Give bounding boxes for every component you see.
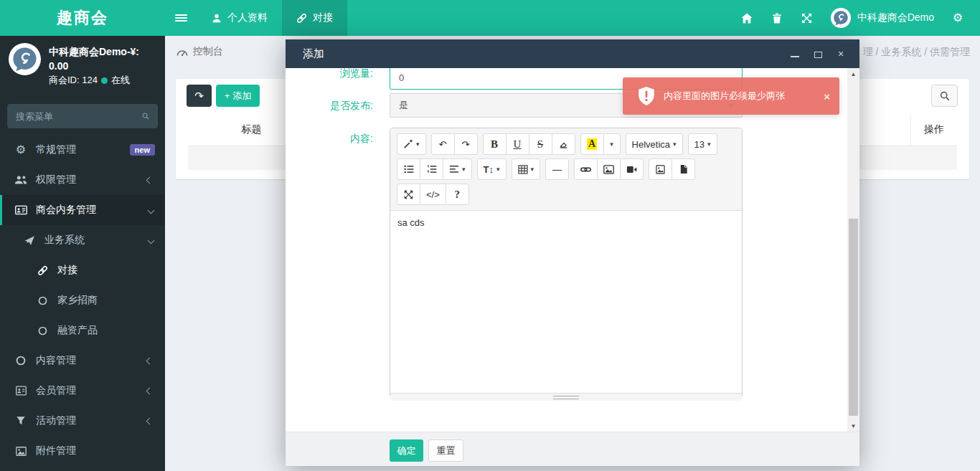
scrollbar-thumb[interactable] <box>849 219 858 416</box>
sidebar-item-duijie[interactable]: 对接 <box>0 255 165 285</box>
caret-down-icon: ▾ <box>531 166 534 173</box>
close-button[interactable]: × <box>835 48 847 60</box>
table-button[interactable]: ▾ <box>512 158 541 180</box>
sidebar-user-id: 商会ID: 124 <box>49 73 98 87</box>
table-search-button[interactable] <box>931 85 958 107</box>
unordered-list-button[interactable] <box>397 158 420 180</box>
tab-profile-label: 个人资料 <box>227 11 268 24</box>
paragraph-align-button[interactable]: ▾ <box>443 158 472 180</box>
confirm-button[interactable]: 确定 <box>390 439 423 462</box>
chevron-down-icon <box>148 206 155 214</box>
top-navbar: 趣商会 个人资料 对接 <box>0 0 980 36</box>
font-color-button[interactable]: A <box>580 133 604 155</box>
minimize-button[interactable] <box>789 48 801 60</box>
image-manager-button[interactable] <box>649 158 672 180</box>
insert-link-button[interactable] <box>574 158 598 180</box>
tab-duijie[interactable]: 对接 <box>282 0 347 36</box>
underline-button[interactable]: U <box>506 133 529 155</box>
add-button[interactable]: + 添加 <box>216 85 260 107</box>
sidebar-item-financing[interactable]: 融资产品 <box>0 315 165 346</box>
refresh-button[interactable]: ↷ <box>187 85 212 107</box>
help-button[interactable]: ? <box>446 184 469 205</box>
sidebar-item-hometown[interactable]: 家乡招商 <box>0 285 165 315</box>
question-icon: ? <box>455 189 461 201</box>
fullscreen-button[interactable] <box>792 0 822 36</box>
circle-icon <box>13 356 29 366</box>
toast-close-button[interactable]: × <box>824 90 830 103</box>
dialog-header[interactable]: 添加 × <box>286 39 859 68</box>
editor-content-area[interactable]: sa cds <box>390 211 742 393</box>
chevron-down-icon <box>148 237 155 244</box>
user-icon <box>212 13 222 24</box>
font-size-dropdown[interactable]: 13 ▾ <box>688 133 717 155</box>
font-family-dropdown[interactable]: Helvetica ▾ <box>626 133 683 155</box>
image-icon <box>13 447 29 456</box>
trash-button[interactable] <box>762 0 792 36</box>
file-manager-button[interactable] <box>672 158 695 180</box>
breadcrumb-path[interactable]: 理 / 业务系统 / 供需管理 <box>863 46 970 59</box>
caret-down-icon: ▾ <box>462 166 466 173</box>
chevron-left-icon <box>146 357 154 364</box>
sidebar-item-members[interactable]: 会员管理 <box>0 376 165 406</box>
link-icon <box>296 13 307 24</box>
tab-profile[interactable]: 个人资料 <box>197 0 282 36</box>
sidebar-search-input[interactable] <box>16 111 142 122</box>
insert-video-button[interactable] <box>620 158 644 180</box>
dialog-scrollbar[interactable]: ▲ ▼ <box>847 68 859 432</box>
settings-button[interactable]: ⚙ <box>943 0 973 36</box>
expand-arrows-icon <box>404 190 413 199</box>
undo-button[interactable]: ↶ <box>431 133 455 155</box>
sidebar-item-internal-mgmt[interactable]: 商会内务管理 <box>0 195 165 225</box>
caret-down-icon: ▾ <box>610 141 613 148</box>
resize-grip-icon <box>553 396 579 399</box>
strikethrough-button[interactable]: S <box>529 133 552 155</box>
fullscreen-toggle-button[interactable] <box>397 184 420 205</box>
user-menu[interactable]: 中科趣商会Demo <box>822 8 943 28</box>
sidebar-user-status: 在线 <box>111 73 130 87</box>
sidebar-item-activities[interactable]: 活动管理 <box>0 406 165 436</box>
font-color-caret-button[interactable]: ▾ <box>603 133 621 155</box>
sidebar-item-permissions[interactable]: 权限管理 <box>0 165 165 195</box>
line-height-button[interactable]: T↕ ▾ <box>477 158 507 180</box>
sidebar-item-attachments[interactable]: 附件管理 <box>0 436 165 466</box>
caret-down-icon: ▾ <box>707 141 711 148</box>
filter-icon <box>13 416 29 426</box>
toast-message: 内容里面的图片必须最少两张 <box>664 90 785 103</box>
editor-resize-bar[interactable] <box>390 393 742 401</box>
tab-duijie-label: 对接 <box>313 11 333 24</box>
image-file-icon <box>656 165 665 174</box>
bold-button[interactable]: B <box>483 133 507 155</box>
redo-button[interactable]: ↷ <box>454 133 478 155</box>
underline-icon: U <box>514 138 522 151</box>
column-header-actions[interactable]: 操作 <box>911 113 957 146</box>
sidebar-item-business-system[interactable]: 业务系统 <box>0 225 165 255</box>
insert-picture-button[interactable] <box>597 158 621 180</box>
sidebar-toggle-button[interactable] <box>165 0 197 36</box>
sidebar-item-settings[interactable]: 商会设置 <box>0 466 165 471</box>
maximize-button[interactable] <box>812 48 824 60</box>
style-magic-button[interactable]: ▾ <box>397 133 426 155</box>
sidebar-avatar[interactable] <box>9 43 41 75</box>
reset-button[interactable]: 重置 <box>428 439 463 462</box>
horizontal-rule-button[interactable]: — <box>545 158 569 180</box>
search-icon[interactable] <box>142 111 149 121</box>
sidebar-search <box>7 104 158 128</box>
code-view-button[interactable]: </> <box>420 184 446 205</box>
chevron-left-icon <box>146 387 154 394</box>
sidebar-item-general[interactable]: ⚙ 常规管理 new <box>0 135 165 165</box>
ordered-list-button[interactable] <box>420 158 443 180</box>
sidebar-item-label: 融资产品 <box>57 324 98 337</box>
brand-logo[interactable]: 趣商会 <box>0 0 165 36</box>
bold-icon: B <box>491 138 498 151</box>
home-button[interactable] <box>732 0 762 36</box>
align-left-icon <box>449 165 459 173</box>
error-toast: 内容里面的图片必须最少两张 × <box>623 77 839 115</box>
idcard-icon <box>13 205 29 215</box>
scroll-up-arrow[interactable]: ▲ <box>847 68 859 80</box>
sidebar-item-content-mgmt[interactable]: 内容管理 <box>0 346 165 376</box>
top-nav-right: 中科趣商会Demo ⚙ <box>732 0 980 36</box>
scroll-down-arrow[interactable]: ▼ <box>847 420 859 432</box>
caret-down-icon: ▾ <box>673 141 677 148</box>
breadcrumb[interactable]: 控制台 <box>176 45 223 58</box>
clear-format-button[interactable] <box>552 133 575 155</box>
